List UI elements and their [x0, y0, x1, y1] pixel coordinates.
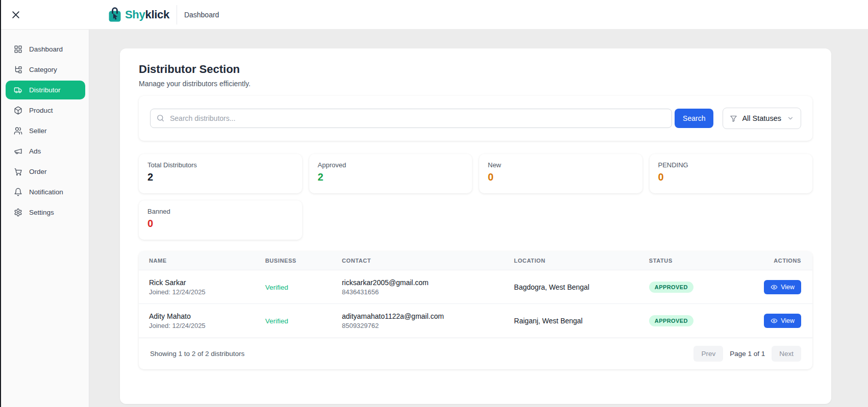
- sidebar-item-product[interactable]: Product: [6, 101, 85, 120]
- table-footer: Showing 1 to 2 of 2 distributors Prev Pa…: [139, 338, 812, 369]
- stat-value: 0: [658, 171, 804, 183]
- status-badge: APPROVED: [649, 282, 693, 293]
- stats-row: Total Distributors 2 Approved 2 New 0 PE…: [139, 154, 812, 193]
- column-header-name: NAME: [139, 251, 255, 270]
- stat-value: 0: [147, 218, 293, 230]
- table-row: Adity Mahato Joined: 12/24/2025 Verified…: [139, 304, 812, 338]
- search-button[interactable]: Search: [675, 109, 713, 128]
- sidebar-item-label: Product: [29, 107, 53, 114]
- sidebar-item-label: Distributor: [29, 86, 61, 94]
- app-logo: Shyklick: [107, 6, 169, 23]
- sidebar-item-ads[interactable]: Ads: [6, 142, 85, 161]
- bell-icon: [14, 188, 22, 196]
- category-tree-icon: [14, 65, 22, 74]
- chevron-down-icon: [787, 115, 794, 122]
- search-toolbar: Search All Statuses: [139, 96, 812, 141]
- status-filter-dropdown[interactable]: All Statuses: [723, 108, 801, 129]
- sidebar-item-distributor[interactable]: Distributor: [6, 81, 85, 99]
- search-input[interactable]: [150, 109, 672, 128]
- column-header-business: BUSINESS: [255, 251, 332, 270]
- view-button[interactable]: View: [764, 314, 801, 328]
- sidebar-item-seller[interactable]: Seller: [6, 121, 85, 140]
- sidebar-item-category[interactable]: Category: [6, 60, 85, 79]
- megaphone-icon: [14, 147, 22, 156]
- stat-card-new: New 0: [479, 154, 642, 193]
- stat-label: PENDING: [658, 161, 804, 169]
- page-title: Distributor Section: [139, 63, 812, 76]
- brand-name: Shyklick: [125, 8, 169, 21]
- column-header-contact: CONTACT: [332, 251, 504, 270]
- main-content-panel: Distributor Section Manage your distribu…: [120, 48, 831, 404]
- view-button[interactable]: View: [764, 280, 801, 294]
- distributor-joined-date: Joined: 12/24/2025: [149, 288, 245, 296]
- stat-label: Total Distributors: [147, 161, 293, 169]
- header-divider: [177, 5, 177, 24]
- sidebar-item-label: Settings: [29, 209, 54, 216]
- status-badge: APPROVED: [649, 315, 693, 326]
- search-field-wrap: [150, 109, 672, 128]
- table-header: NAME BUSINESS CONTACT LOCATION STATUS AC…: [139, 251, 812, 270]
- stat-value: 0: [488, 171, 634, 183]
- stat-card-total: Total Distributors 2: [139, 154, 302, 193]
- business-verified-label: Verified: [265, 317, 288, 325]
- filter-funnel-icon: [730, 115, 737, 122]
- stat-value: 2: [318, 171, 464, 183]
- distributor-phone: 8509329762: [342, 322, 493, 329]
- search-icon: [156, 114, 165, 122]
- sidebar-item-order[interactable]: Order: [6, 162, 85, 181]
- shopping-bag-logo-icon: [107, 6, 122, 23]
- stat-value: 2: [147, 171, 293, 183]
- distributors-table: NAME BUSINESS CONTACT LOCATION STATUS AC…: [139, 251, 812, 338]
- stat-card-approved: Approved 2: [309, 154, 473, 193]
- business-verified-label: Verified: [265, 284, 288, 291]
- distributor-email: ricksarkar2005@gmail.com: [342, 278, 493, 287]
- header-page-title: Dashboard: [184, 11, 219, 19]
- eye-icon: [771, 284, 778, 291]
- grid-icon: [14, 45, 22, 54]
- sidebar-item-dashboard[interactable]: Dashboard: [6, 40, 85, 59]
- close-icon: [11, 10, 21, 20]
- column-header-location: LOCATION: [504, 251, 639, 270]
- results-summary: Showing 1 to 2 of 2 distributors: [150, 350, 244, 358]
- column-header-actions: ACTIONS: [754, 251, 812, 270]
- sidebar-item-label: Order: [29, 168, 47, 175]
- sidebar-item-label: Notification: [29, 188, 63, 196]
- distributors-table-card: NAME BUSINESS CONTACT LOCATION STATUS AC…: [139, 251, 812, 369]
- stat-label: Approved: [318, 161, 464, 169]
- sidebar-item-label: Seller: [29, 127, 47, 135]
- top-header: Shyklick Dashboard: [1, 0, 868, 30]
- sidebar-nav: Dashboard Category Distributor Product S…: [1, 30, 89, 407]
- stat-label: Banned: [147, 208, 293, 215]
- status-filter-value: All Statuses: [742, 114, 781, 122]
- distributor-name: Adity Mahato: [149, 312, 245, 320]
- sidebar-item-settings[interactable]: Settings: [6, 203, 85, 222]
- pagination: Prev Page 1 of 1 Next: [693, 346, 801, 362]
- view-button-label: View: [781, 317, 795, 324]
- prev-page-button[interactable]: Prev: [693, 346, 723, 362]
- eye-icon: [771, 317, 778, 324]
- stat-label: New: [488, 161, 634, 169]
- stat-card-banned: Banned 0: [139, 200, 302, 240]
- sidebar-item-notification[interactable]: Notification: [6, 183, 85, 201]
- table-row: Rick Sarkar Joined: 12/24/2025 Verified …: [139, 270, 812, 304]
- close-sidebar-button[interactable]: [9, 8, 22, 21]
- cart-icon: [14, 167, 22, 176]
- sidebar-item-label: Ads: [29, 147, 41, 155]
- page-subtitle: Manage your distributors efficiently.: [139, 80, 812, 88]
- distributor-phone: 8436431656: [342, 288, 493, 296]
- next-page-button[interactable]: Next: [772, 346, 801, 362]
- stat-card-pending: PENDING 0: [650, 154, 813, 193]
- distributor-joined-date: Joined: 12/24/2025: [149, 322, 245, 329]
- distributor-location: Bagdogra, West Bengal: [514, 283, 589, 291]
- truck-icon: [14, 86, 22, 94]
- distributor-email: adityamahato1122a@gmail.com: [342, 312, 493, 320]
- users-icon: [14, 126, 22, 135]
- distributor-name: Rick Sarkar: [149, 278, 245, 287]
- column-header-status: STATUS: [639, 251, 754, 270]
- sidebar-item-label: Category: [29, 66, 57, 73]
- gear-icon: [14, 208, 22, 217]
- page-indicator: Page 1 of 1: [730, 350, 765, 358]
- sidebar-item-label: Dashboard: [29, 45, 63, 53]
- view-button-label: View: [781, 284, 795, 291]
- distributor-location: Raiganj, West Bengal: [514, 317, 582, 325]
